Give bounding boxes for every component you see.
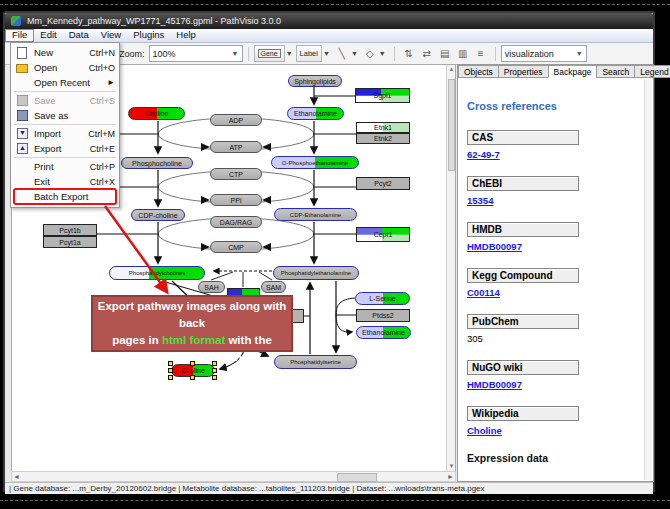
selection-handle[interactable] [168, 368, 173, 373]
pathway-node-atp[interactable]: ATP [210, 141, 262, 153]
pathway-node-ptdss2[interactable]: Ptdss2 [356, 309, 410, 322]
pathway-node-ethanolamine[interactable]: Ethanolamine [287, 107, 344, 120]
file-menu-item-save[interactable]: SaveCtrl+S [11, 93, 119, 108]
pathway-node-pcyt1b[interactable]: Pcyt1b [43, 224, 97, 236]
menu-item-shortcut: Ctrl+O [89, 63, 115, 73]
chevron-down-icon[interactable]: ▼ [351, 50, 358, 57]
file-menu-item-print[interactable]: PrintCtrl+P [11, 159, 119, 174]
menubar-item-plugins[interactable]: Plugins [127, 29, 170, 42]
visualization-combobox[interactable]: visualization ▼ [501, 45, 587, 62]
pathway-node-phosphatidylserine[interactable]: Phosphatidylserine [274, 355, 357, 369]
connector-tool-icon[interactable]: ◇ [362, 46, 378, 61]
pathway-node-phosphatidylcholines[interactable]: Phosphatidylcholines [109, 266, 205, 280]
stack-icon[interactable]: ≡ [473, 46, 489, 61]
tab-properties[interactable]: Properties [498, 65, 549, 78]
pathway-node-cdp-choline[interactable]: CDP-choline [131, 209, 185, 221]
pathway-node-phosphatidylethanolamine[interactable]: Phosphatidylethanolamine [273, 266, 359, 280]
scroll-right-icon[interactable]: ► [446, 472, 455, 481]
pathway-node-dag-rag[interactable]: DAG/RAG [210, 216, 262, 228]
scroll-down-icon[interactable]: ▼ [447, 462, 456, 471]
chevron-down-icon[interactable]: ▼ [323, 50, 330, 57]
pathway-node-sah[interactable]: SAH [198, 281, 225, 293]
file-menu-item-open[interactable]: OpenCtrl+O [11, 60, 119, 75]
zoom-combobox[interactable]: 100% ▼ [149, 45, 243, 62]
tab-legend[interactable]: Legend [634, 65, 670, 78]
side-panel-scrollbar[interactable] [644, 80, 652, 480]
status-text: | Gene database: ...m_Derby_20120602.bri… [9, 484, 485, 493]
selection-handle[interactable] [212, 368, 217, 373]
menubar-item-data[interactable]: Data [63, 29, 95, 42]
pathway-node-l-serine[interactable]: L-Serine [355, 292, 410, 305]
zoom-label: Zoom: [119, 49, 145, 59]
file-menu-item-import[interactable]: ▼ImportCtrl+M [11, 126, 119, 141]
xref-title: ChEBI [467, 176, 579, 191]
xref-link[interactable]: HMDB00097 [467, 379, 653, 390]
pathway-node-sphingolipids[interactable]: Sphingolipids [288, 75, 342, 87]
line-tool-icon[interactable]: ╲ [334, 46, 350, 61]
file-menu-item-exit[interactable]: ExitCtrl+X [11, 174, 119, 189]
menu-separator [14, 91, 116, 92]
pathway-node-etnk2[interactable]: Etnk2 [356, 133, 410, 144]
pathway-node-pcyt2[interactable]: Pcyt2 [356, 177, 410, 190]
selection-handle[interactable] [190, 375, 195, 380]
pathway-node-o-phosphoethanolamine[interactable]: O-Phosphoethanolamine [271, 156, 359, 169]
menubar-item-help[interactable]: Help [170, 29, 202, 42]
pathway-node-cdp-ethanolamine[interactable]: CDP-Ethanolamine [274, 208, 357, 221]
xref-section-nugo-wiki: NuGO wikiHMDB00097 [467, 360, 653, 390]
xref-link[interactable]: C00114 [467, 287, 653, 298]
file-menu-item-save-as[interactable]: Save as [11, 108, 119, 123]
menu-item-label: Export [34, 143, 61, 154]
chevron-down-icon[interactable]: ▼ [286, 50, 293, 57]
pathway-node-etnk1[interactable]: Etnk1 [356, 122, 410, 133]
distribute-rows-icon[interactable]: ▤ [437, 46, 453, 61]
menu-item-label: Open [34, 62, 57, 73]
file-menu-item-open-recent[interactable]: Open Recent► [11, 75, 119, 90]
xref-title: HMDB [467, 222, 579, 237]
selection-handle[interactable] [212, 375, 217, 380]
menu-item-shortcut: Ctrl+N [89, 48, 115, 58]
pathway-node-pcyt1a[interactable]: Pcyt1a [43, 236, 97, 248]
xref-title: Kegg Compound [467, 268, 579, 283]
pathway-node-ctp[interactable]: CTP [210, 168, 262, 180]
canvas-horizontal-scrollbar[interactable]: ◄ ► [11, 471, 456, 482]
distribute-columns-icon[interactable]: ▥ [455, 46, 471, 61]
batch-export-highlight-box [13, 188, 117, 205]
align-middle-icon[interactable]: ⇄ [419, 46, 435, 61]
tab-search[interactable]: Search [596, 65, 635, 78]
menubar-item-edit[interactable]: Edit [34, 29, 62, 42]
pathway-node-sam[interactable]: SAM [261, 281, 286, 293]
tab-backpage[interactable]: Backpage [548, 65, 598, 78]
pathway-node-ethanolamine[interactable]: Ethanolamine [356, 326, 411, 339]
selection-handle[interactable] [168, 375, 173, 380]
xref-link[interactable]: 15354 [467, 195, 653, 206]
pathway-node-cmp[interactable]: CMP [210, 241, 262, 253]
cross-references-heading: Cross references [467, 100, 653, 112]
align-center-icon[interactable]: ⇅ [401, 46, 417, 61]
menu-item-label: New [34, 47, 53, 58]
tab-objects[interactable]: Objects [458, 65, 499, 78]
scrollbar-thumb[interactable] [337, 473, 377, 482]
chevron-down-icon[interactable]: ▼ [379, 50, 386, 57]
file-menu-item-export[interactable]: ▲ExportCtrl+E [11, 141, 119, 156]
menubar-item-file[interactable]: File [5, 29, 34, 42]
canvas-vertical-scrollbar[interactable]: ▲ ▼ [446, 65, 455, 471]
xref-link[interactable]: HMDB00097 [467, 241, 653, 252]
label-tool-button[interactable]: Label [296, 45, 322, 62]
side-panel: ObjectsPropertiesBackpageSearchLegend Cr… [457, 64, 654, 482]
menu-item-label: Open Recent [34, 77, 90, 88]
scrollbar-thumb[interactable] [448, 79, 455, 171]
file-menu-item-new[interactable]: NewCtrl+N [11, 45, 119, 60]
pathway-node-ppi[interactable]: PPi [210, 194, 262, 206]
pathway-node-choline[interactable]: Choline [128, 107, 185, 120]
pathway-node-cept1[interactable]: Cept1 [356, 227, 410, 242]
pathway-node-sgpl1[interactable]: Sgpl1 [355, 88, 410, 103]
status-bar: | Gene database: ...m_Derby_20120602.bri… [5, 482, 653, 494]
menubar-item-view[interactable]: View [95, 29, 127, 42]
scroll-up-icon[interactable]: ▲ [447, 65, 456, 74]
pathway-node-adp[interactable]: ADP [210, 114, 262, 126]
gene-tool-button[interactable]: Gene [254, 45, 285, 62]
xref-link[interactable]: 62-49-7 [467, 149, 653, 160]
scroll-left-icon[interactable]: ◄ [12, 472, 21, 481]
pathway-node-phosphocholine[interactable]: Phosphocholine [121, 157, 193, 169]
xref-link[interactable]: Choline [467, 425, 653, 436]
